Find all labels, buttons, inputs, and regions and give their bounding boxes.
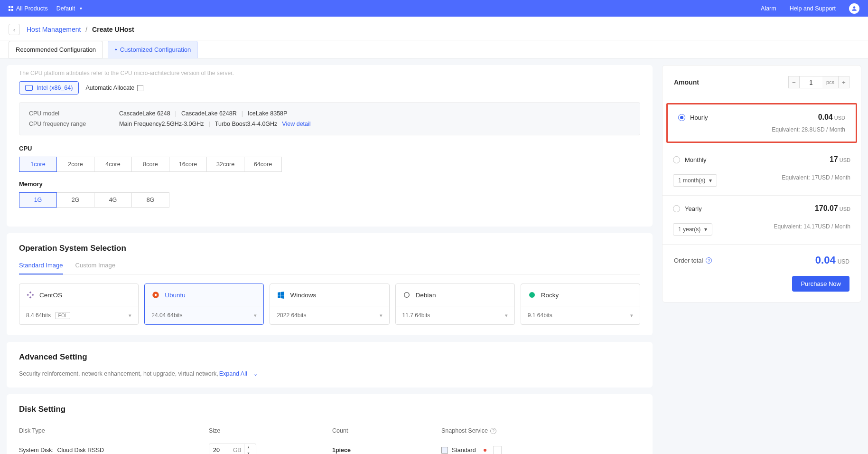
cpu-options: 1core 2core 4core 8core 16core 32core 64… [19,157,640,172]
breadcrumb-create: Create UHost [92,26,134,33]
yearly-duration-select[interactable]: 1 year(s) ▾ [673,223,712,236]
disk-size-input[interactable]: GB ▲ ▼ [209,444,256,454]
cpu-platform-desc: The CPU platform attributes refer to the… [19,70,640,76]
billing-yearly[interactable]: Yearly 170.07USD 1 year(s) ▾ Equivalent:… [663,196,861,244]
cpu-turbo: Turbo Boost3.4-4.0GHz [215,121,278,127]
monthly-label: Monthly [685,156,707,163]
chevron-down-icon: ▾ [704,226,707,233]
config-tabs: Recommended Configuration Customized Con… [0,40,868,58]
cpu-opt-4core[interactable]: 4core [94,157,132,172]
os-rocky-name: Rocky [541,292,559,299]
os-centos[interactable]: CentOS 8.4 64bits EOL ▾ [19,284,139,325]
rocky-icon [528,291,536,299]
help-link[interactable]: Help and Support [790,5,836,12]
order-total-cur: USD [838,258,849,265]
subtab-standard[interactable]: Standard Image [19,262,63,274]
purchase-button[interactable]: Purchase Now [792,276,849,292]
pricing-sidebar: Amount − pcs + Hourly 0.04USD Equivalent… [662,65,861,303]
snapshot-value: Standard [452,447,476,454]
mem-opt-1g[interactable]: 1G [19,192,57,208]
disk-title: Disk Setting [19,405,640,414]
chevron-down-icon: ▾ [505,312,508,319]
cpu-label: CPU [19,145,640,152]
amount-stepper: − pcs + [788,76,849,88]
expand-all-link[interactable]: Expand All [219,370,247,377]
breadcrumb-host-mgmt[interactable]: Host Management [27,26,81,33]
radio-monthly[interactable] [673,156,680,163]
os-debian[interactable]: Debian 11.7 64bits ▾ [395,284,515,325]
auto-allocate-label: Automatic Allocate [85,85,134,91]
amount-label: Amount [674,78,699,86]
ubuntu-icon [151,291,160,299]
cpu-opt-16core[interactable]: 16core [169,157,207,172]
disk-size-up[interactable]: ▲ [244,444,252,450]
hourly-cur: USD [834,115,845,121]
grid-icon [9,6,13,11]
all-products-label: All Products [16,5,48,12]
disk-table-head: Disk Type Size Count Snaphost Service ? [19,423,640,439]
hourly-price: 0.04 [818,113,833,121]
os-ubuntu[interactable]: Ubuntu 24.04 64bits ▾ [144,284,264,325]
amount-minus[interactable]: − [788,76,800,88]
amount-plus[interactable]: + [838,76,849,88]
back-button[interactable]: ‹ [9,24,20,35]
info-icon[interactable]: ? [706,257,712,264]
disk-size-down[interactable]: ▼ [244,450,252,454]
alarm-link[interactable]: Alarm [761,5,776,12]
cpu-opt-2core[interactable]: 2core [56,157,94,172]
monthly-duration-select[interactable]: 1 month(s) ▾ [673,174,717,187]
cpu-info-panel: CPU model CascadeLake 6248 | CascadeLake… [19,102,640,135]
hourly-label: Hourly [690,114,708,121]
snapshot-extra-box[interactable] [493,446,502,454]
mem-opt-8g[interactable]: 8G [131,192,169,208]
all-products-menu[interactable]: All Products [9,5,48,12]
os-debian-name: Debian [416,292,436,299]
cpu-model-2: IceLake 8358P [248,110,287,117]
disk-size-field[interactable] [209,444,230,454]
tab-customized[interactable]: Customized Configuration [108,41,198,58]
yearly-label: Yearly [685,205,702,212]
cpu-main-freq: Main Frequency2.5GHz-3.0GHz [119,121,204,127]
mem-opt-2g[interactable]: 2G [56,192,94,208]
chevron-down-icon: ▾ [254,312,257,319]
os-debian-ver: 11.7 64bits [402,312,430,319]
chevron-down-icon: ▾ [129,312,131,319]
subtab-custom[interactable]: Custom Image [75,262,116,274]
cpu-opt-8core[interactable]: 8core [131,157,169,172]
region-select[interactable]: Default [56,5,83,12]
svg-point-3 [529,292,535,298]
region-label: Default [56,5,75,12]
disk-size-unit: GB [230,447,244,454]
view-detail-link[interactable]: View detail [282,121,310,127]
advanced-desc: Security reinforcement, network enhancem… [19,370,640,377]
cpu-memory-card: The CPU platform attributes refer to the… [7,65,653,227]
mem-opt-4g[interactable]: 4G [94,192,132,208]
billing-hourly[interactable]: Hourly 0.04USD Equivalent: 28.8USD / Mon… [666,103,857,143]
cpu-platform-intel[interactable]: Intel (x86_64) [19,81,79,95]
radio-hourly[interactable] [678,114,685,121]
edit-icon [137,85,143,91]
avatar[interactable] [849,3,859,14]
cpu-opt-1core[interactable]: 1core [19,157,57,172]
hourly-equiv: Equivalent: 28.8USD / Month [678,126,845,133]
amount-input[interactable] [800,76,822,88]
advanced-title: Advanced Setting [19,352,640,362]
disk-head-snap: Snaphost Service [441,427,488,434]
cpu-opt-64core[interactable]: 64core [244,157,282,172]
system-disk-label: System Disk: [19,447,54,454]
cpu-opt-32core[interactable]: 32core [206,157,244,172]
cpu-icon [25,85,33,91]
tab-recommended[interactable]: Recommended Configuration [9,41,103,58]
centos-icon [26,291,35,299]
info-icon[interactable]: ? [490,428,496,434]
os-windows[interactable]: Windows 2022 64bits ▾ [270,284,389,325]
radio-yearly[interactable] [673,205,680,212]
billing-monthly[interactable]: Monthly 17USD 1 month(s) ▾ Equivalent: 1… [663,147,861,196]
auto-allocate[interactable]: Automatic Allocate [85,85,143,91]
svg-point-2 [404,293,409,298]
memory-label: Memory [19,180,640,188]
os-windows-ver: 2022 64bits [277,312,306,319]
disk-head-size: Size [209,427,332,434]
os-rocky[interactable]: Rocky 9.1 64bits ▾ [521,284,640,325]
breadcrumb-row: ‹ Host Management / Create UHost [0,17,868,40]
